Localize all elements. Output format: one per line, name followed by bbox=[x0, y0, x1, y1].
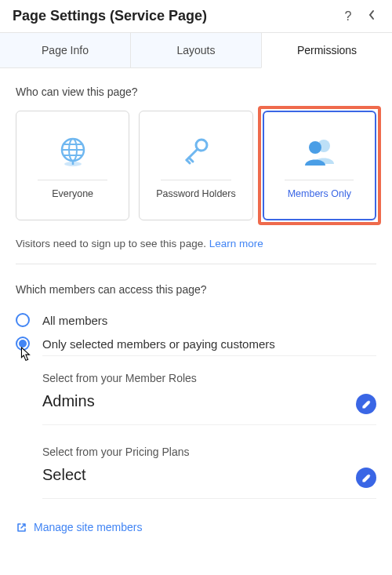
radio-all-members[interactable]: All members bbox=[16, 308, 376, 332]
manage-site-members-label: Manage site members bbox=[34, 521, 143, 533]
view-hint-text: Visitors need to sign up to see this pag… bbox=[16, 238, 209, 249]
svg-line-9 bbox=[189, 158, 193, 162]
pricing-plans-block: Select from your Pricing Plans Select bbox=[42, 438, 376, 511]
help-icon[interactable]: ? bbox=[340, 9, 356, 24]
manage-site-members-link[interactable]: Manage site members bbox=[16, 518, 376, 537]
panel-header: Page Settings (Service Page) ? bbox=[0, 0, 392, 32]
pencil-icon bbox=[361, 473, 372, 483]
radio-icon bbox=[16, 313, 30, 327]
members-icon bbox=[299, 133, 339, 172]
view-card-everyone-label: Everyone bbox=[52, 188, 93, 199]
view-hint: Visitors need to sign up to see this pag… bbox=[16, 238, 376, 249]
pricing-plans-value: Select bbox=[42, 466, 376, 484]
radio-selected-members-label: Only selected members or paying customer… bbox=[42, 337, 275, 351]
member-roles-value: Admins bbox=[42, 392, 376, 410]
view-card-password-holders[interactable]: Password Holders bbox=[139, 111, 252, 220]
radio-all-members-label: All members bbox=[42, 314, 107, 327]
tab-layouts[interactable]: Layouts bbox=[130, 33, 261, 67]
tab-page-info[interactable]: Page Info bbox=[0, 33, 130, 67]
view-card-members-only[interactable]: Members Only bbox=[263, 111, 376, 220]
chevron-left-icon[interactable] bbox=[364, 9, 379, 24]
member-roles-caption: Select from your Member Roles bbox=[42, 372, 376, 384]
tab-bar: Page Info Layouts Permissions bbox=[0, 32, 392, 68]
external-link-icon bbox=[16, 522, 27, 533]
svg-line-10 bbox=[187, 160, 190, 163]
globe-icon bbox=[55, 133, 91, 172]
page-title: Page Settings (Service Page) bbox=[13, 8, 332, 24]
pencil-icon bbox=[361, 399, 372, 409]
edit-roles-button[interactable] bbox=[356, 394, 376, 414]
tab-permissions[interactable]: Permissions bbox=[261, 33, 392, 68]
key-icon bbox=[178, 133, 214, 172]
view-question: Who can view this page? bbox=[16, 86, 376, 98]
radio-icon bbox=[16, 337, 30, 351]
view-card-password-holders-label: Password Holders bbox=[156, 188, 235, 199]
view-card-everyone[interactable]: Everyone bbox=[16, 111, 129, 220]
edit-plans-button[interactable] bbox=[356, 468, 376, 488]
pricing-plans-caption: Select from your Pricing Plans bbox=[42, 446, 376, 458]
member-roles-block: Select from your Member Roles Admins bbox=[42, 355, 376, 438]
learn-more-link[interactable]: Learn more bbox=[209, 238, 263, 249]
view-card-members-only-label: Members Only bbox=[288, 188, 351, 199]
radio-selected-members[interactable]: Only selected members or paying customer… bbox=[16, 332, 376, 355]
svg-point-12 bbox=[309, 141, 321, 154]
view-cards-row: Everyone Password Holders bbox=[16, 111, 376, 220]
access-question: Which members can access this page? bbox=[16, 283, 376, 296]
